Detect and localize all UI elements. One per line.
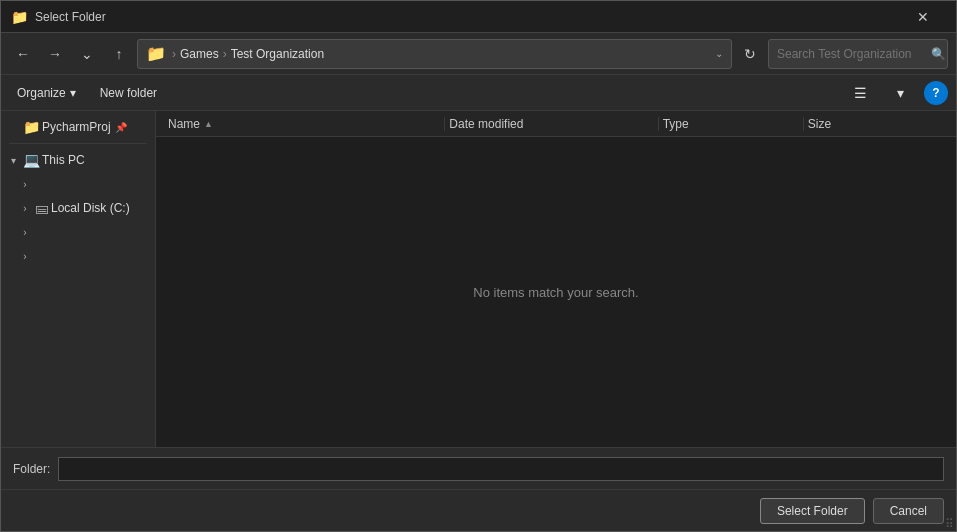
- address-dropdown-arrow[interactable]: ⌄: [715, 48, 723, 59]
- select-folder-dialog: 📁 Select Folder ✕ ← → ⌄ ↑ 📁 › Games › Te…: [0, 0, 957, 532]
- expand-icon-3: ›: [17, 248, 33, 264]
- col-header-name[interactable]: Name ▲: [164, 117, 444, 131]
- expand-icon-2: ›: [17, 224, 33, 240]
- address-folder-icon: 📁: [146, 44, 166, 63]
- close-button[interactable]: ✕: [900, 1, 946, 33]
- pc-icon: 💻: [23, 152, 40, 168]
- pin-icon-pycharmproj: 📌: [115, 122, 127, 133]
- address-separator-1: ›: [172, 47, 176, 61]
- dropdown-button[interactable]: ⌄: [73, 40, 101, 68]
- sidebar-item-expand2[interactable]: ›: [1, 220, 155, 244]
- sidebar-item-local-disk[interactable]: › 🖴 Local Disk (C:): [1, 196, 155, 220]
- folder-label: Folder:: [13, 462, 50, 476]
- bottom-bar: Folder:: [1, 447, 956, 489]
- sidebar: 📁 PycharmProj 📌 ▾ 💻 This PC › › 🖴 Local …: [1, 111, 156, 447]
- address-box[interactable]: 📁 › Games › Test Organization ⌄: [137, 39, 732, 69]
- sidebar-item-pycharmproj[interactable]: 📁 PycharmProj 📌: [1, 115, 155, 139]
- view-dropdown-icon: ▾: [897, 85, 904, 101]
- refresh-button[interactable]: ↻: [736, 40, 764, 68]
- expand-icon-this-pc: ▾: [5, 152, 21, 168]
- expand-icon-local-disk: ›: [17, 200, 33, 216]
- col-date-label: Date modified: [449, 117, 523, 131]
- address-separator-2: ›: [223, 47, 227, 61]
- main-content: 📁 PycharmProj 📌 ▾ 💻 This PC › › 🖴 Local …: [1, 111, 956, 447]
- resize-handle[interactable]: ⠿: [942, 517, 956, 531]
- organize-button[interactable]: Organize ▾: [9, 82, 84, 104]
- column-headers: Name ▲ Date modified Type Size: [156, 111, 956, 137]
- search-icon: 🔍: [931, 47, 946, 61]
- expand-icon-1: ›: [17, 176, 33, 192]
- window-controls: ✕: [900, 1, 946, 33]
- organize-label: Organize: [17, 86, 66, 100]
- path-part-games: Games: [180, 47, 219, 61]
- view-button[interactable]: ☰: [844, 79, 876, 107]
- col-name-label: Name: [168, 117, 200, 131]
- folder-input[interactable]: [58, 457, 944, 481]
- toolbar-row: Organize ▾ New folder ☰ ▾ ?: [1, 75, 956, 111]
- tree-label-this-pc: This PC: [42, 153, 85, 167]
- col-header-size[interactable]: Size: [803, 117, 948, 131]
- dialog-title: Select Folder: [35, 10, 900, 24]
- sidebar-divider-1: [9, 143, 147, 144]
- view-icon: ☰: [854, 85, 867, 101]
- col-header-type[interactable]: Type: [658, 117, 803, 131]
- new-folder-button[interactable]: New folder: [92, 82, 165, 104]
- up-button[interactable]: ↑: [105, 40, 133, 68]
- empty-message: No items match your search.: [473, 285, 638, 300]
- address-bar-row: ← → ⌄ ↑ 📁 › Games › Test Organization ⌄ …: [1, 33, 956, 75]
- sidebar-item-expand3[interactable]: ›: [1, 244, 155, 268]
- empty-state: No items match your search.: [156, 137, 956, 447]
- forward-button[interactable]: →: [41, 40, 69, 68]
- file-area: Name ▲ Date modified Type Size No items …: [156, 111, 956, 447]
- tree-label-pycharmproj: PycharmProj: [42, 120, 111, 134]
- folder-icon-pycharmproj: 📁: [23, 119, 40, 135]
- col-size-label: Size: [808, 117, 831, 131]
- path-part-org: Test Organization: [231, 47, 324, 61]
- col-header-date[interactable]: Date modified: [444, 117, 657, 131]
- new-folder-label: New folder: [100, 86, 157, 100]
- expand-icon-pycharmproj: [5, 119, 21, 135]
- address-path: › Games › Test Organization: [172, 47, 709, 61]
- dialog-icon: 📁: [11, 9, 27, 25]
- disk-icon: 🖴: [35, 200, 49, 216]
- col-type-label: Type: [663, 117, 689, 131]
- back-button[interactable]: ←: [9, 40, 37, 68]
- tree-label-local-disk: Local Disk (C:): [51, 201, 130, 215]
- action-bar: Select Folder Cancel: [1, 489, 956, 531]
- cancel-button[interactable]: Cancel: [873, 498, 944, 524]
- view-dropdown-button[interactable]: ▾: [884, 79, 916, 107]
- sidebar-item-expand1[interactable]: ›: [1, 172, 155, 196]
- search-input[interactable]: [777, 47, 927, 61]
- organize-dropdown-icon: ▾: [70, 86, 76, 100]
- title-bar: 📁 Select Folder ✕: [1, 1, 956, 33]
- sidebar-item-this-pc[interactable]: ▾ 💻 This PC: [1, 148, 155, 172]
- help-button[interactable]: ?: [924, 81, 948, 105]
- search-box[interactable]: 🔍: [768, 39, 948, 69]
- col-sort-icon: ▲: [204, 119, 213, 129]
- select-folder-button[interactable]: Select Folder: [760, 498, 865, 524]
